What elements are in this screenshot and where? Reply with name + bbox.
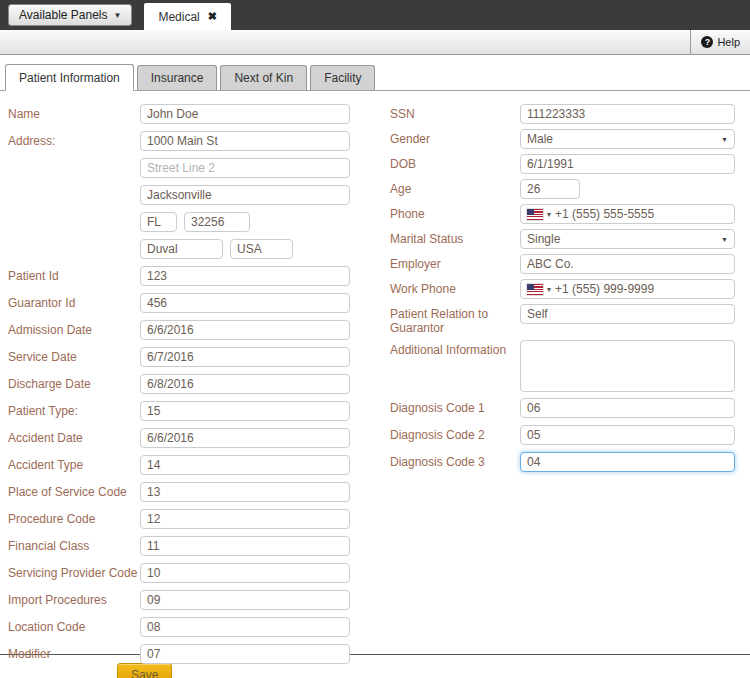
form-row: Address:	[8, 131, 350, 151]
tab-patient-information[interactable]: Patient Information	[5, 64, 134, 91]
accident-date-input[interactable]	[140, 428, 350, 448]
form-row: Import Procedures	[8, 590, 350, 610]
form-row: Place of Service Code	[8, 482, 350, 502]
us-flag-icon[interactable]	[527, 209, 543, 220]
guarantor-id-input[interactable]	[140, 293, 350, 313]
form-row: Admission Date	[8, 320, 350, 340]
modifier-label: Modifier	[8, 644, 140, 661]
location-code-input[interactable]	[140, 617, 350, 637]
age-input[interactable]	[520, 179, 580, 199]
top-bar: Available Panels ▼ Medical ✖	[0, 0, 750, 30]
help-label: Help	[717, 36, 740, 48]
dob-input[interactable]	[520, 154, 735, 174]
panel-tab-medical[interactable]: Medical ✖	[144, 3, 231, 30]
toolbar: ? Help	[0, 30, 750, 55]
patient-id-input[interactable]	[140, 266, 350, 286]
form-row: Employer	[390, 254, 735, 274]
diagnosis-code-3-input[interactable]	[520, 452, 735, 472]
chevron-down-icon[interactable]: ▾	[547, 285, 551, 294]
form-row: Service Date	[8, 347, 350, 367]
form-row: Phone ▾ +1 (555) 555-5555	[390, 204, 735, 224]
name-label: Name	[8, 104, 140, 121]
gender-selected-value: Male	[527, 132, 553, 146]
diagnosis-code-3-label: Diagnosis Code 3	[390, 452, 520, 469]
form-row	[8, 239, 350, 259]
name-input[interactable]	[140, 104, 350, 124]
admission-date-label: Admission Date	[8, 320, 140, 337]
county-input[interactable]	[140, 239, 223, 259]
tab-next-of-kin[interactable]: Next of Kin	[220, 65, 307, 91]
state-input[interactable]	[140, 212, 177, 232]
form-row: Diagnosis Code 1	[390, 398, 735, 418]
accident-type-input[interactable]	[140, 455, 350, 475]
discharge-date-input[interactable]	[140, 374, 350, 394]
form-row: Patient Type:	[8, 401, 350, 421]
ssn-input[interactable]	[520, 104, 735, 124]
patient-relation-label: Patient Relation to Guarantor	[390, 304, 520, 335]
city-input[interactable]	[140, 185, 350, 205]
import-procedures-input[interactable]	[140, 590, 350, 610]
patient-relation-to-guarantor-input[interactable]	[520, 304, 735, 324]
help-button[interactable]: ? Help	[690, 30, 750, 54]
admission-date-input[interactable]	[140, 320, 350, 340]
form-row: Procedure Code	[8, 509, 350, 529]
financial-class-label: Financial Class	[8, 536, 140, 553]
form-row: Location Code	[8, 617, 350, 637]
financial-class-input[interactable]	[140, 536, 350, 556]
address-line2-input[interactable]	[140, 158, 350, 178]
patient-type-input[interactable]	[140, 401, 350, 421]
work-phone-input[interactable]: ▾ +1 (555) 999-9999	[520, 279, 735, 299]
form-row: Accident Type	[8, 455, 350, 475]
phone-input[interactable]: ▾ +1 (555) 555-5555	[520, 204, 735, 224]
diagnosis-code-2-input[interactable]	[520, 425, 735, 445]
form-right-column: SSN Gender Male ▼ DOB Age Phone ▾ +1 (55…	[390, 104, 735, 477]
form-row: Diagnosis Code 3	[390, 452, 735, 472]
gender-label: Gender	[390, 129, 520, 146]
marital-status-selected-value: Single	[527, 232, 560, 246]
form-row: Guarantor Id	[8, 293, 350, 313]
available-panels-label: Available Panels	[19, 8, 108, 22]
age-label: Age	[390, 179, 520, 196]
employer-input[interactable]	[520, 254, 735, 274]
form-row	[8, 212, 350, 232]
close-icon[interactable]: ✖	[208, 10, 217, 23]
dob-label: DOB	[390, 154, 520, 171]
additional-information-textarea[interactable]	[520, 340, 735, 392]
form-left-column: Name Address:	[8, 104, 350, 671]
marital-status-label: Marital Status	[390, 229, 520, 246]
servicing-provider-code-label: Servicing Provider Code	[8, 563, 140, 580]
import-procedures-label: Import Procedures	[8, 590, 140, 607]
zip-input[interactable]	[184, 212, 250, 232]
address-line1-input[interactable]	[140, 131, 350, 151]
form-row: Gender Male ▼	[390, 129, 735, 149]
guarantor-id-label: Guarantor Id	[8, 293, 140, 310]
location-code-label: Location Code	[8, 617, 140, 634]
work-phone-label: Work Phone	[390, 279, 520, 296]
chevron-down-icon: ▼	[721, 236, 728, 243]
form-row: Patient Relation to Guarantor	[390, 304, 735, 335]
procedure-code-input[interactable]	[140, 509, 350, 529]
marital-status-select[interactable]: Single ▼	[520, 229, 735, 249]
diagnosis-code-1-input[interactable]	[520, 398, 735, 418]
patient-id-label: Patient Id	[8, 266, 140, 283]
available-panels-button[interactable]: Available Panels ▼	[8, 4, 132, 26]
tab-insurance[interactable]: Insurance	[137, 65, 218, 91]
additional-information-label: Additional Information	[390, 340, 520, 357]
form-row	[8, 158, 350, 178]
service-date-label: Service Date	[8, 347, 140, 364]
phone-label: Phone	[390, 204, 520, 221]
servicing-provider-code-input[interactable]	[140, 563, 350, 583]
modifier-input[interactable]	[140, 644, 350, 664]
country-input[interactable]	[230, 239, 293, 259]
service-date-input[interactable]	[140, 347, 350, 367]
place-of-service-code-input[interactable]	[140, 482, 350, 502]
chevron-down-icon[interactable]: ▾	[547, 210, 551, 219]
us-flag-icon[interactable]	[527, 284, 543, 295]
employer-label: Employer	[390, 254, 520, 271]
form-row	[8, 185, 350, 205]
form-row: Diagnosis Code 2	[390, 425, 735, 445]
gender-select[interactable]: Male ▼	[520, 129, 735, 149]
form-row: Name	[8, 104, 350, 124]
patient-type-label: Patient Type:	[8, 401, 140, 418]
tab-facility[interactable]: Facility	[310, 65, 375, 91]
